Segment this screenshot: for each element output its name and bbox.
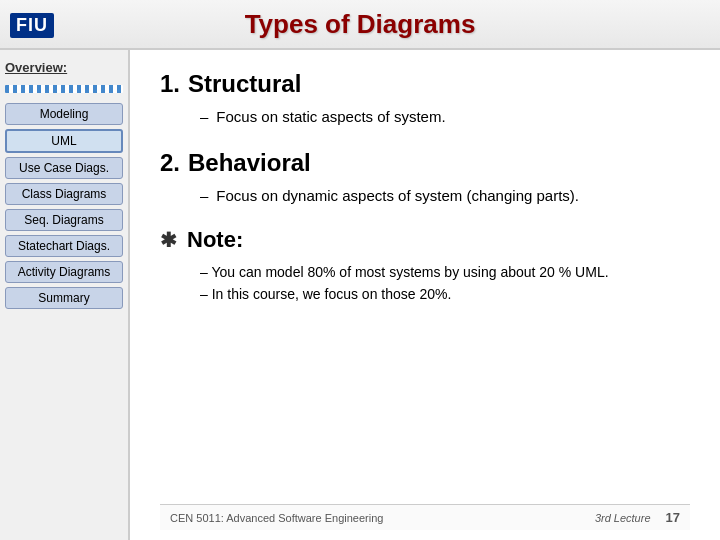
footer-course: CEN 5011: Advanced Software Engineering: [170, 512, 383, 524]
note-bullet1: – You can model 80% of most systems by u…: [200, 261, 690, 283]
section1-bullet: –Focus on static aspects of system.: [160, 106, 690, 129]
content-body: 1.Structural –Focus on static aspects of…: [160, 70, 690, 504]
note-star-icon: ✱: [160, 228, 177, 252]
footer-right: 3rd Lecture 17: [595, 510, 680, 525]
note-header: ✱ Note:: [160, 227, 690, 253]
sidebar-overview-label: Overview:: [5, 60, 123, 75]
sidebar-item-summary[interactable]: Summary: [5, 287, 123, 309]
sidebar-item-seq-diagrams[interactable]: Seq. Diagrams: [5, 209, 123, 231]
header: FIU Types of Diagrams: [0, 0, 720, 50]
footer-lecture: 3rd Lecture: [595, 512, 651, 524]
fiu-logo: FIU: [10, 13, 54, 38]
logo-area: FIU: [10, 5, 110, 45]
sidebar-item-modeling[interactable]: Modeling: [5, 103, 123, 125]
note-bullet2: – In this course, we focus on those 20%.: [200, 283, 690, 305]
footer-page: 17: [666, 510, 680, 525]
sidebar-item-statechart-diags[interactable]: Statechart Diags.: [5, 235, 123, 257]
section2-bullet: –Focus on dynamic aspects of system (cha…: [160, 185, 690, 208]
page-title: Types of Diagrams: [245, 9, 476, 40]
footer: CEN 5011: Advanced Software Engineering …: [160, 504, 690, 530]
sidebar-item-uml[interactable]: UML: [5, 129, 123, 153]
section1-number: 1.: [160, 70, 180, 97]
note-bullets: – You can model 80% of most systems by u…: [160, 261, 690, 306]
sidebar: Overview: Modeling UML Use Case Diags. C…: [0, 50, 130, 540]
sidebar-item-class-diagrams[interactable]: Class Diagrams: [5, 183, 123, 205]
note-title: Note:: [187, 227, 243, 253]
section-structural: 1.Structural –Focus on static aspects of…: [160, 70, 690, 129]
note-section: ✱ Note: – You can model 80% of most syst…: [160, 227, 690, 306]
sidebar-item-use-case-diags[interactable]: Use Case Diags.: [5, 157, 123, 179]
content-area: 1.Structural –Focus on static aspects of…: [130, 50, 720, 540]
sidebar-stripe: [5, 85, 123, 93]
section-behavioral: 2.Behavioral –Focus on dynamic aspects o…: [160, 149, 690, 208]
section2-title: 2.Behavioral: [160, 149, 690, 177]
section2-number: 2.: [160, 149, 180, 176]
sidebar-item-activity-diagrams[interactable]: Activity Diagrams: [5, 261, 123, 283]
main-layout: Overview: Modeling UML Use Case Diags. C…: [0, 50, 720, 540]
section1-title: 1.Structural: [160, 70, 690, 98]
